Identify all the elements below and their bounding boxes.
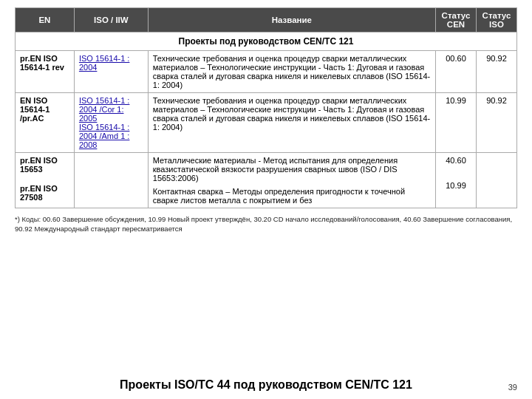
table-row: EN ISO 15614-1 /pr.AC ISO 15614-1 : 2004… bbox=[16, 93, 517, 153]
row2-iso: ISO 15614-1 : 2004 /Cor 1: 2005 ISO 1561… bbox=[74, 93, 148, 153]
row2-description: Технические требования и оценка процедур… bbox=[148, 93, 435, 153]
row3-description: Металлические материалы - Метод испытани… bbox=[148, 153, 435, 208]
table-header-row: EN ISO / IIW Название Статус CEN Статус … bbox=[16, 8, 517, 33]
main-table: EN ISO / IIW Название Статус CEN Статус … bbox=[15, 7, 517, 208]
section-title: Проекты под руководством CEN/TC 121 bbox=[16, 33, 517, 51]
table-row: pr.EN ISO 15653 pr.EN ISO 27508 Металлич… bbox=[16, 153, 517, 208]
section-header-row: Проекты под руководством CEN/TC 121 bbox=[16, 33, 517, 51]
row1-iso: ISO 15614-1 : 2004 bbox=[74, 51, 148, 93]
footnote: *) Коды: 00.60 Завершение обсуждения, 10… bbox=[15, 213, 517, 236]
row3-status-iso bbox=[476, 153, 516, 208]
header-en: EN bbox=[16, 8, 75, 33]
row2-status-iso: 90.92 bbox=[476, 93, 516, 153]
row2-en: EN ISO 15614-1 /pr.AC bbox=[16, 93, 75, 153]
page-number: 39 bbox=[508, 383, 517, 392]
row1-description: Технические требования и оценка процедур… bbox=[148, 51, 435, 93]
header-status-iso: Статус ISO bbox=[476, 8, 516, 33]
header-name: Название bbox=[148, 8, 435, 33]
row1-status-iso: 90.92 bbox=[476, 51, 516, 93]
header-iso: ISO / IIW bbox=[74, 8, 148, 33]
row2-status-cen: 10.99 bbox=[436, 93, 477, 153]
iso-link-1[interactable]: ISO 15614-1 : 2004 /Cor 1: 2005 bbox=[79, 96, 143, 123]
iso-link-2[interactable]: ISO 15614-1 : 2004 /Amd 1 : 2008 bbox=[79, 123, 143, 149]
bottom-title: Проекты ISO/TC 44 под руководством CEN/T… bbox=[120, 374, 412, 392]
table-row: pr.EN ISO 15614-1 rev ISO 15614-1 : 2004… bbox=[16, 51, 517, 93]
header-status-cen: Статус CEN bbox=[436, 8, 477, 33]
row1-status-cen: 00.60 bbox=[436, 51, 477, 93]
row3-iso bbox=[74, 153, 148, 208]
row1-en: pr.EN ISO 15614-1 rev bbox=[16, 51, 75, 93]
iso-link[interactable]: ISO 15614-1 : 2004 bbox=[79, 54, 143, 72]
row3-en: pr.EN ISO 15653 pr.EN ISO 27508 bbox=[16, 153, 75, 208]
row3-status-cen: 40.60 10.99 bbox=[436, 153, 477, 208]
